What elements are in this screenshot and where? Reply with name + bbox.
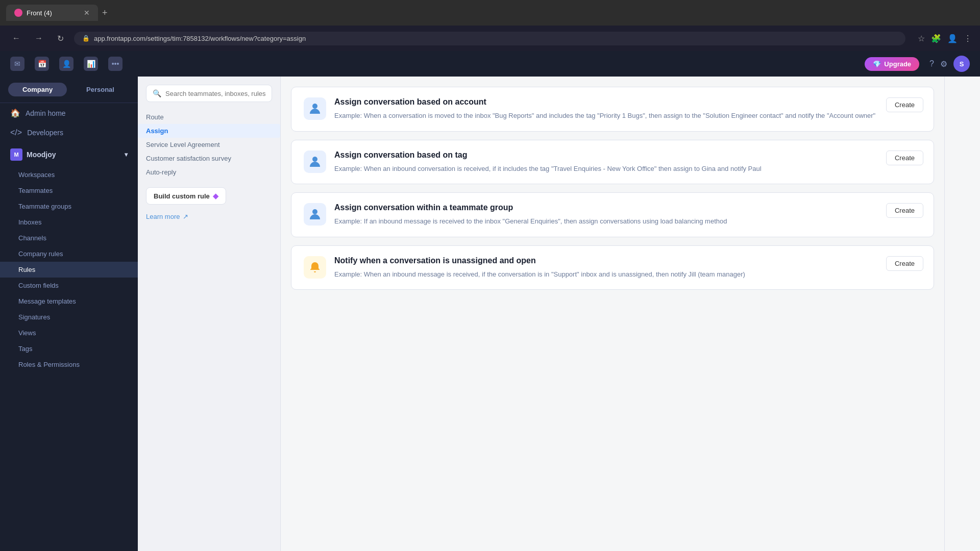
sub-items-list: Workspaces Teammates Teammate groups Inb… (0, 167, 138, 372)
calendar-icon[interactable]: 📅 (35, 57, 49, 71)
category-assign[interactable]: Assign (138, 124, 280, 138)
left-sidebar: Company Personal 🏠 Admin home </> Develo… (0, 77, 138, 551)
rule-card-assign-account: Assign conversation based on account Exa… (291, 87, 934, 132)
nav-icons: ☆ 🧩 👤 ⋮ (918, 34, 972, 43)
company-tab[interactable]: Company (8, 83, 67, 96)
main-layout: Company Personal 🏠 Admin home </> Develo… (0, 77, 980, 551)
tab-close-button[interactable]: ✕ (84, 9, 90, 17)
rule-card-content-2: Assign conversation based on tag Example… (334, 151, 921, 174)
menu-icon[interactable]: ⋮ (964, 34, 972, 43)
sidebar-item-teammates[interactable]: Teammates (0, 183, 138, 198)
upgrade-button[interactable]: 💎 Upgrade (865, 57, 919, 71)
category-csat[interactable]: Customer satisfaction survey (138, 152, 280, 165)
category-sla[interactable]: Service Level Agreement (138, 138, 280, 152)
sidebar-item-inboxes[interactable]: Inboxes (0, 214, 138, 230)
bookmark-icon[interactable]: ☆ (918, 34, 925, 43)
rule-card-icon-bell (304, 256, 326, 279)
extension-icon[interactable]: 🧩 (931, 34, 941, 43)
search-icon: 🔍 (153, 89, 161, 97)
category-auto-reply[interactable]: Auto-reply (138, 165, 280, 179)
search-bar: 🔍 (146, 85, 272, 102)
analytics-icon[interactable]: 📊 (84, 57, 98, 71)
back-button[interactable]: ← (8, 32, 24, 45)
rule-card-icon-person-3 (304, 203, 326, 226)
svg-point-0 (16, 10, 21, 15)
rule-card-content-3: Assign conversation within a teammate gr… (334, 203, 921, 227)
external-link-icon: ↗ (183, 213, 188, 220)
forward-button[interactable]: → (31, 32, 47, 45)
create-button-assign-group[interactable]: Create (886, 203, 923, 218)
create-button-assign-tag[interactable]: Create (886, 151, 923, 165)
inbox-icon[interactable]: ✉ (10, 57, 24, 71)
sidebar-item-roles-permissions[interactable]: Roles & Permissions (0, 357, 138, 372)
sidebar-item-developers[interactable]: </> Developers (0, 123, 138, 142)
company-personal-toggle: Company Personal (0, 77, 138, 103)
rule-card-icon-person (304, 97, 326, 120)
category-route[interactable]: Route (138, 110, 280, 124)
sidebar-item-company-rules[interactable]: Company rules (0, 246, 138, 262)
sidebar-item-views[interactable]: Views (0, 325, 138, 341)
rule-card-icon-person-2 (304, 151, 326, 173)
upgrade-gem-icon: 💎 (873, 60, 881, 68)
sidebar-item-workspaces[interactable]: Workspaces (0, 167, 138, 183)
sidebar-item-message-templates[interactable]: Message templates (0, 293, 138, 309)
lock-icon: 🔒 (82, 35, 90, 42)
create-button-assign-account[interactable]: Create (886, 97, 923, 112)
settings-icon[interactable]: ⚙ (940, 59, 947, 69)
rule-card-title: Assign conversation based on account (334, 97, 921, 107)
rule-card-content-4: Notify when a conversation is unassigned… (334, 256, 921, 280)
sidebar-item-signatures[interactable]: Signatures (0, 309, 138, 325)
org-icon: M (10, 148, 22, 161)
rule-card-desc-2: Example: When an inbound conversation is… (334, 164, 921, 174)
chevron-down-icon: ▾ (125, 151, 128, 158)
create-button-notify-unassigned[interactable]: Create (886, 256, 923, 271)
content-area: Assign conversation based on account Exa… (281, 77, 944, 551)
incognito-icon[interactable]: 👤 (947, 34, 958, 43)
middle-panel: 🔍 Route Assign Service Level Agreement C… (138, 77, 281, 551)
url-text: app.frontapp.com/settings/tim:7858132/wo… (94, 35, 306, 42)
rule-card-desc-3: Example: If an inbound message is receiv… (334, 216, 921, 227)
help-icon[interactable]: ? (929, 59, 934, 68)
avatar[interactable]: S (953, 56, 970, 72)
rule-card-title-2: Assign conversation based on tag (334, 151, 921, 160)
contacts-icon[interactable]: 👤 (59, 57, 74, 71)
right-panel-content (945, 77, 980, 93)
sidebar-item-tags[interactable]: Tags (0, 341, 138, 357)
diamond-icon: ◆ (213, 192, 218, 200)
code-icon: </> (10, 128, 22, 137)
sidebar-item-admin-home[interactable]: 🏠 Admin home (0, 103, 138, 123)
svg-point-3 (312, 209, 317, 214)
new-tab-button[interactable]: + (102, 8, 108, 18)
search-bar-container: 🔍 (138, 85, 280, 110)
browser-nav-bar: ← → ↻ 🔒 app.frontapp.com/settings/tim:78… (0, 26, 980, 51)
browser-tab-bar: Front (4) ✕ + (0, 0, 980, 26)
tab-title: Front (4) (27, 9, 52, 17)
rule-card-title-4: Notify when a conversation is unassigned… (334, 256, 921, 265)
org-section: M Moodjoy ▾ (0, 142, 138, 167)
active-tab[interactable]: Front (4) ✕ (6, 5, 98, 21)
personal-tab[interactable]: Personal (71, 83, 130, 96)
rule-card-assign-tag: Assign conversation based on tag Example… (291, 140, 934, 185)
search-input[interactable] (165, 90, 265, 97)
svg-point-2 (312, 157, 317, 162)
tab-favicon (14, 9, 22, 17)
rule-card-notify-unassigned: Notify when a conversation is unassigned… (291, 245, 934, 290)
rule-card-desc: Example: When a conversation is moved to… (334, 111, 921, 121)
rule-card-desc-4: Example: When an inbound message is rece… (334, 269, 921, 280)
sidebar-item-custom-fields[interactable]: Custom fields (0, 278, 138, 293)
refresh-button[interactable]: ↻ (53, 32, 68, 45)
svg-point-1 (312, 104, 317, 109)
learn-more-link[interactable]: Learn more ↗ (146, 213, 272, 220)
rule-card-title-3: Assign conversation within a teammate gr… (334, 203, 921, 212)
address-bar[interactable]: 🔒 app.frontapp.com/settings/tim:7858132/… (74, 32, 905, 45)
rule-card-content: Assign conversation based on account Exa… (334, 97, 921, 121)
home-icon: 🏠 (10, 108, 20, 118)
build-custom-rule-button[interactable]: Build custom rule ◆ (146, 187, 226, 205)
rule-card-assign-group: Assign conversation within a teammate gr… (291, 192, 934, 237)
app-toolbar: ✉ 📅 👤 📊 ••• 💎 Upgrade ? ⚙ S (0, 51, 980, 77)
right-partial-panel (944, 77, 980, 551)
sidebar-item-channels[interactable]: Channels (0, 230, 138, 246)
sidebar-item-rules[interactable]: Rules (0, 262, 138, 278)
more-icon[interactable]: ••• (108, 57, 122, 71)
sidebar-item-teammate-groups[interactable]: Teammate groups (0, 198, 138, 214)
